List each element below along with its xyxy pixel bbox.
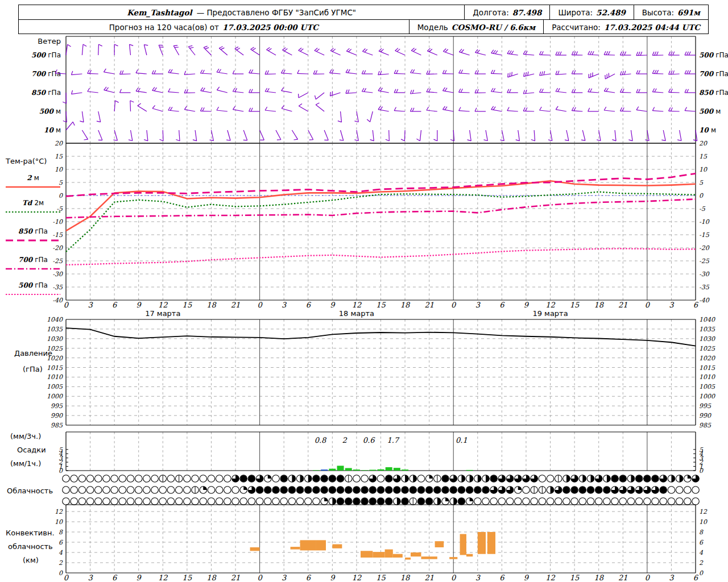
svg-text:850 гПа: 850 гПа — [699, 89, 728, 97]
svg-text:17 марта: 17 марта — [145, 309, 180, 318]
svg-text:9: 9 — [136, 573, 142, 582]
svg-text:10 м: 10 м — [699, 126, 716, 134]
svg-text:3: 3 — [475, 573, 481, 582]
svg-text:18: 18 — [594, 573, 604, 582]
svg-text:1000: 1000 — [699, 393, 715, 400]
svg-text:6: 6 — [306, 301, 312, 309]
convective-bar — [411, 552, 421, 556]
wind-barb-row-3 — [63, 101, 696, 122]
svg-text:10: 10 — [55, 518, 63, 526]
svg-text:-10: -10 — [52, 218, 63, 226]
svg-text:0: 0 — [451, 573, 457, 582]
svg-text:-30: -30 — [699, 271, 710, 278]
svg-text:6: 6 — [693, 301, 699, 309]
svg-text:0: 0 — [699, 192, 704, 199]
svg-text:500 м: 500 м — [39, 107, 61, 115]
wind-barb-row-1 — [55, 69, 696, 79]
svg-text:1040: 1040 — [699, 316, 715, 323]
svg-text:4: 4 — [59, 549, 63, 556]
convective-bar — [300, 540, 316, 550]
svg-text:Давление: Давление — [14, 349, 52, 357]
svg-text:9: 9 — [330, 573, 336, 582]
svg-text:0: 0 — [64, 573, 69, 582]
svg-text:15: 15 — [376, 573, 386, 582]
precip-bar — [337, 465, 344, 471]
svg-text:12: 12 — [545, 573, 555, 582]
svg-text:12: 12 — [545, 301, 555, 309]
svg-text:15: 15 — [183, 573, 192, 582]
precip-bar — [313, 470, 320, 471]
svg-text:500 м: 500 м — [699, 107, 721, 115]
svg-text:9: 9 — [136, 301, 142, 309]
temperature-legend-title: Тем-ра(°C) — [5, 157, 47, 165]
svg-text:18: 18 — [400, 301, 411, 309]
svg-text:0: 0 — [645, 573, 651, 582]
svg-text:12: 12 — [352, 301, 362, 309]
svg-text:3: 3 — [282, 301, 287, 309]
svg-text:10: 10 — [55, 166, 63, 173]
svg-text:500 гПа: 500 гПа — [31, 51, 61, 59]
svg-text:6: 6 — [112, 301, 118, 309]
convective-bar — [466, 554, 473, 557]
cloud-row-1 — [63, 475, 700, 483]
precipitation-panel: 0011223344550.820.61.70.1(мм/3ч.)Осадки(… — [10, 432, 704, 475]
svg-text:15: 15 — [183, 301, 192, 309]
meteogram-page: { "header": { "row1": { "station": "Kem_… — [0, 0, 728, 582]
svg-text:9: 9 — [330, 301, 336, 309]
precip-bar — [386, 467, 392, 471]
svg-text:3: 3 — [669, 573, 675, 582]
pressure-panel: 9859859909909959951000100010051005101010… — [14, 316, 715, 429]
cloud-row-2 — [63, 487, 700, 494]
svg-text:-10: -10 — [699, 218, 710, 226]
svg-text:6: 6 — [59, 539, 63, 546]
wind-title: Ветер — [38, 37, 61, 45]
svg-text:9: 9 — [524, 573, 530, 582]
svg-text:20: 20 — [55, 140, 63, 147]
svg-text:3: 3 — [88, 573, 93, 582]
svg-text:1010: 1010 — [47, 373, 63, 381]
svg-text:-15: -15 — [699, 231, 710, 239]
svg-text:995: 995 — [699, 402, 712, 410]
meteogram-plot: Ветер500 гПа500 гПа700 гПа700 гПа850 гПа… — [0, 0, 728, 582]
convective-bar — [478, 532, 486, 554]
svg-text:12: 12 — [699, 508, 708, 516]
precip-bar — [402, 469, 408, 471]
svg-text:21: 21 — [424, 301, 434, 309]
precip-bar — [394, 468, 400, 471]
svg-text:995: 995 — [51, 402, 63, 410]
svg-text:0: 0 — [257, 573, 263, 582]
svg-text:-35: -35 — [52, 284, 63, 291]
svg-text:1030: 1030 — [699, 335, 715, 343]
svg-text:(мм/3ч.): (мм/3ч.) — [10, 432, 41, 440]
svg-text:10 м: 10 м — [44, 126, 61, 134]
svg-text:(км): (км) — [23, 556, 39, 564]
svg-text:12: 12 — [158, 301, 168, 309]
svg-text:-20: -20 — [52, 244, 63, 252]
svg-text:5: 5 — [59, 446, 63, 454]
svg-text:19 марта: 19 марта — [532, 309, 568, 318]
svg-text:2: 2 — [699, 559, 704, 567]
svg-text:21: 21 — [618, 301, 628, 309]
svg-text:10: 10 — [699, 166, 708, 173]
temp-series-2м — [66, 181, 696, 231]
wind-barb-row-2 — [63, 87, 696, 103]
svg-text:6: 6 — [112, 573, 118, 582]
svg-text:9: 9 — [524, 301, 530, 309]
svg-text:700 гПа: 700 гПа — [18, 256, 48, 264]
precip-bar — [369, 470, 376, 471]
svg-text:0: 0 — [59, 569, 63, 577]
precip-bar — [345, 468, 352, 471]
svg-text:6: 6 — [699, 539, 704, 546]
svg-text:1040: 1040 — [47, 316, 63, 323]
svg-text:-35: -35 — [699, 284, 710, 291]
precip-bar — [321, 469, 328, 471]
svg-text:1005: 1005 — [47, 383, 63, 390]
svg-text:облачность: облачность — [8, 542, 53, 551]
convective-bar — [435, 541, 444, 547]
svg-text:(гПа): (гПа) — [23, 365, 43, 373]
svg-text:12: 12 — [55, 508, 63, 516]
temperature-panel: -40-40-35-35-30-30-25-25-20-20-15-15-10-… — [52, 140, 709, 304]
svg-text:500 гПа: 500 гПа — [699, 51, 728, 59]
svg-text:990: 990 — [699, 412, 712, 419]
svg-text:700 гПа: 700 гПа — [699, 70, 728, 78]
